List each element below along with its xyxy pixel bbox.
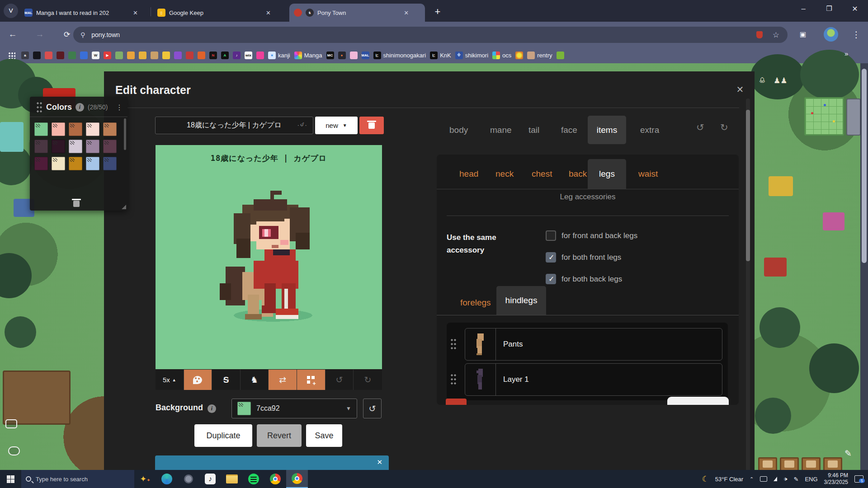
file-explorer-icon[interactable]: [221, 470, 243, 488]
color-swatch[interactable]: [52, 140, 65, 153]
edit-pencil-icon[interactable]: ✎: [844, 448, 852, 459]
color-swatch[interactable]: [103, 157, 117, 170]
background-color-dropdown[interactable]: 7cca92 ▼: [231, 399, 357, 418]
tray-chevron-icon[interactable]: ⌃: [750, 476, 754, 482]
undo-icon[interactable]: ↺: [696, 122, 704, 133]
bookmark-item[interactable]: [174, 52, 182, 59]
reload-button[interactable]: ⟳: [60, 27, 74, 42]
save-button[interactable]: Save: [306, 424, 342, 447]
tab-extra[interactable]: extra: [634, 116, 665, 144]
tab-hindlegs[interactable]: hindlegs: [496, 286, 546, 315]
spotify-icon[interactable]: [243, 470, 264, 488]
bookmark-item[interactable]: ヒ shinimonogakari: [373, 52, 426, 59]
subtab-waist[interactable]: waist: [632, 159, 664, 189]
bookmark-item[interactable]: A: [221, 52, 229, 59]
settings-icon[interactable]: [178, 470, 199, 488]
bookmark-item[interactable]: ▶: [104, 52, 111, 59]
bookmark-item[interactable]: [127, 52, 135, 59]
flip-button[interactable]: ⇄: [269, 370, 297, 390]
color-swatch[interactable]: [34, 140, 48, 153]
bookmark-item[interactable]: ●: [338, 52, 346, 59]
bookmark-star-icon[interactable]: ☆: [773, 30, 779, 40]
bookmark-item[interactable]: Manga: [294, 52, 322, 59]
bookmark-item[interactable]: [256, 52, 264, 59]
notification-close-icon[interactable]: ✕: [377, 458, 382, 466]
subtab-chest[interactable]: chest: [525, 159, 558, 189]
bookmarks-overflow-chevron[interactable]: »: [844, 50, 848, 57]
chrome-icon[interactable]: [264, 470, 286, 488]
tab-face[interactable]: face: [555, 116, 584, 144]
edge-icon[interactable]: [156, 470, 178, 488]
bookmark-item[interactable]: [350, 52, 358, 59]
bookmark-item[interactable]: [162, 52, 170, 59]
window-close-button[interactable]: ✕: [844, 0, 865, 17]
character-name-input[interactable]: 18歳になった少年 | カゲプロ: [155, 117, 313, 134]
checkbox-both-back[interactable]: for both back legs: [546, 274, 622, 284]
subtab-head[interactable]: head: [453, 159, 485, 189]
checkbox[interactable]: [546, 252, 556, 263]
minimap[interactable]: [804, 97, 844, 136]
color-swatch[interactable]: [52, 157, 65, 170]
layer-item-layer1[interactable]: Layer 1: [465, 363, 722, 396]
close-tab-icon[interactable]: ✕: [266, 9, 271, 16]
bookmark-item[interactable]: ocs: [492, 52, 511, 59]
volume-icon[interactable]: 🕩: [783, 475, 787, 483]
apple-extension-icon[interactable]: [756, 31, 763, 38]
chat-bubble-icon[interactable]: [5, 419, 17, 428]
bookmark-item[interactable]: [515, 52, 523, 59]
subtab-neck[interactable]: neck: [489, 159, 520, 189]
bookmark-item[interactable]: [45, 52, 52, 59]
bookmark-item[interactable]: [68, 52, 76, 59]
window-minimize-button[interactable]: ─: [793, 0, 814, 17]
chrome-active-window-icon[interactable]: [286, 470, 308, 488]
address-bar[interactable]: ⚲ pony.town ☆: [73, 27, 788, 43]
info-icon[interactable]: i: [75, 103, 84, 112]
page-scrollbar[interactable]: [860, 63, 868, 488]
color-swatch[interactable]: [52, 122, 65, 136]
chat-bubble-icon[interactable]: [8, 446, 20, 455]
window-maximize-button[interactable]: ❐: [819, 0, 840, 17]
drag-handle-icon[interactable]: [450, 338, 457, 350]
resize-handle[interactable]: [122, 205, 126, 209]
preview-redo-button[interactable]: ↻: [354, 370, 382, 390]
tab-google-keep[interactable]: ▯ Google Keep ✕: [153, 4, 283, 22]
bookmark-item[interactable]: [198, 52, 205, 59]
checkbox[interactable]: [546, 274, 556, 284]
back-button[interactable]: ←: [5, 27, 20, 42]
bookmark-item[interactable]: [57, 52, 64, 59]
browser-menu-icon[interactable]: ⋮: [849, 27, 863, 42]
drag-handle-icon[interactable]: [450, 373, 457, 385]
color-swatch[interactable]: [69, 122, 82, 136]
zoom-level-dropdown[interactable]: 5x▲: [156, 370, 184, 390]
bookmark-item[interactable]: ヒ KnK: [430, 52, 451, 59]
pony-view-button[interactable]: ♞: [241, 370, 269, 390]
preview-undo-button[interactable]: ↺: [326, 370, 354, 390]
weather-text[interactable]: 53°F Clear: [715, 476, 743, 483]
info-icon[interactable]: i: [208, 404, 216, 413]
site-info-icon[interactable]: ⚲: [80, 31, 85, 38]
color-swatch[interactable]: [34, 157, 48, 170]
bookmark-item[interactable]: W: [92, 52, 99, 59]
drag-handle-icon[interactable]: [36, 101, 42, 113]
tab-search-chevron-icon[interactable]: ˅: [4, 4, 18, 18]
bookmark-item[interactable]: a: [21, 52, 29, 59]
bookmark-item[interactable]: [80, 52, 88, 59]
network-icon[interactable]: [774, 477, 777, 481]
grid-add-button[interactable]: [297, 370, 326, 390]
color-swatch[interactable]: [34, 122, 48, 136]
delete-color-button[interactable]: [73, 201, 80, 207]
dialog-scrollbar[interactable]: [746, 99, 750, 473]
touch-keyboard-icon[interactable]: [760, 476, 767, 482]
tab-forelegs[interactable]: forelegs: [455, 290, 496, 315]
profile-avatar[interactable]: [824, 27, 838, 42]
players-icon[interactable]: ♟♟: [774, 76, 787, 85]
tab-items[interactable]: items: [588, 116, 626, 144]
color-swatch[interactable]: [86, 122, 99, 136]
bookmark-item[interactable]: ★ kanji: [268, 52, 290, 59]
tab-tail[interactable]: tail: [522, 116, 546, 144]
bookmark-item[interactable]: MC: [326, 52, 334, 59]
color-swatch[interactable]: [103, 122, 117, 136]
start-button[interactable]: [7, 475, 14, 483]
remove-layer-button-partial[interactable]: [446, 399, 467, 405]
bookmark-item[interactable]: [151, 52, 158, 59]
